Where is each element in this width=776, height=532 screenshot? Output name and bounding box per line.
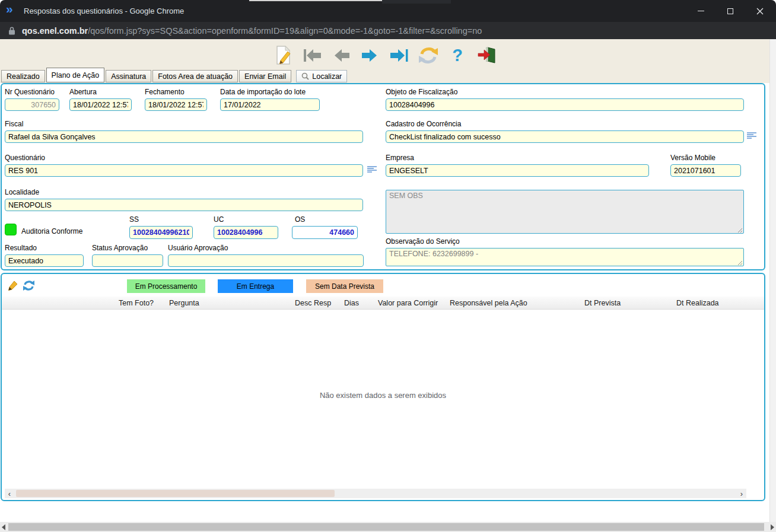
- close-icon: [756, 8, 764, 15]
- status-aprovacao-field[interactable]: [92, 254, 163, 267]
- empty-grid-message: Não existem dados a serem exibidos: [2, 391, 764, 400]
- localidade-field[interactable]: [5, 199, 363, 211]
- help-button[interactable]: ?: [447, 44, 468, 66]
- lock-icon[interactable]: [8, 26, 15, 35]
- tab-label: Enviar Email: [244, 72, 286, 81]
- empresa-label: Empresa: [386, 154, 414, 162]
- app-favicon-icon: »: [6, 2, 11, 16]
- page-vertical-scrollbar[interactable]: [769, 39, 776, 522]
- os-field[interactable]: [292, 226, 358, 239]
- column-valor-para-corrigir[interactable]: Valor para Corrigir: [378, 299, 438, 307]
- edit-pencil-icon[interactable]: [7, 280, 18, 291]
- action-plan-panel: Em Processamento Em Entrega Sem Data Pre…: [1, 273, 765, 501]
- grid-horizontal-scrollbar[interactable]: ‹ ›: [5, 489, 746, 498]
- column-dt-realizada[interactable]: Dt Realizada: [676, 299, 719, 307]
- cadastro-ocorrencia-field[interactable]: [386, 130, 744, 143]
- tab-label: Assinatura: [111, 72, 146, 81]
- cadastro-lookup-icon[interactable]: [747, 132, 756, 140]
- sync-icon[interactable]: [23, 280, 35, 291]
- resize-grip-icon[interactable]: [737, 260, 743, 266]
- tab-enviar-email[interactable]: Enviar Email: [239, 70, 291, 82]
- tab-realizado[interactable]: Realizado: [1, 70, 45, 82]
- column-responsavel-pela-acao[interactable]: Responsável pela Ação: [450, 299, 527, 307]
- scrollbar-thumb[interactable]: [16, 490, 335, 497]
- exit-door-icon: [477, 46, 496, 64]
- questionario-field[interactable]: [5, 164, 363, 177]
- help-icon: ?: [452, 47, 463, 64]
- auditoria-conforme-indicator[interactable]: [5, 224, 17, 235]
- scrollbar-thumb[interactable]: [8, 523, 764, 531]
- tab-fotos-area-atuacao[interactable]: Fotos Area de atuação: [152, 70, 238, 82]
- form-tabs: Realizado Plano de Ação Assinatura Fotos…: [1, 68, 348, 82]
- last-record-button[interactable]: [389, 44, 410, 66]
- column-tem-foto[interactable]: Tem Foto?: [119, 299, 154, 307]
- abertura-label: Abertura: [69, 88, 97, 96]
- ss-field[interactable]: [129, 226, 193, 239]
- data-importacao-field[interactable]: [220, 98, 320, 111]
- scroll-left-icon[interactable]: [2, 524, 5, 530]
- first-record-icon: [303, 47, 322, 63]
- resize-grip-icon[interactable]: [737, 228, 743, 233]
- questionario-label: Questionário: [5, 154, 45, 162]
- nr-questionario-field[interactable]: [5, 98, 59, 111]
- usuario-aprovacao-label: Usuário Aprovação: [168, 244, 228, 252]
- fiscal-label: Fiscal: [5, 120, 23, 128]
- url-text: qos.enel.com.br/qos/form.jsp?sys=SQS&act…: [22, 26, 482, 36]
- column-dt-prevista[interactable]: Dt Prevista: [584, 299, 621, 307]
- column-dias[interactable]: Dias: [344, 299, 359, 307]
- scroll-right-icon[interactable]: ›: [737, 489, 746, 498]
- tab-label: Plano de Ação: [52, 71, 100, 79]
- fiscal-field[interactable]: [5, 130, 363, 143]
- objeto-fiscalizacao-field[interactable]: [386, 98, 744, 111]
- legend-sem-data-prevista[interactable]: Sem Data Prevista: [306, 279, 383, 293]
- first-record-button[interactable]: [301, 44, 323, 66]
- refresh-button[interactable]: [418, 44, 439, 66]
- last-record-icon: [390, 47, 409, 63]
- objeto-fiscalizacao-label: Objeto de Fiscalização: [386, 88, 457, 96]
- usuario-aprovacao-field[interactable]: [168, 254, 364, 267]
- page-horizontal-scrollbar[interactable]: [0, 522, 776, 532]
- tab-localizar[interactable]: Localizar: [296, 70, 347, 82]
- address-bar[interactable]: qos.enel.com.br/qos/form.jsp?sys=SQS&act…: [0, 22, 776, 39]
- refresh-icon: [418, 46, 439, 65]
- minimize-button[interactable]: [686, 0, 715, 22]
- empresa-field[interactable]: [386, 164, 649, 177]
- scroll-left-icon[interactable]: ‹: [5, 489, 14, 498]
- questionario-lookup-icon[interactable]: [367, 166, 377, 174]
- maximize-button[interactable]: [715, 0, 745, 22]
- tab-label: Fotos Area de atuação: [158, 72, 233, 81]
- search-icon: [301, 72, 309, 80]
- next-record-button[interactable]: [360, 44, 381, 66]
- fechamento-field[interactable]: [145, 98, 207, 111]
- observacao-servico-textarea[interactable]: TELEFONE: 6232699899 -: [386, 248, 744, 266]
- exit-button[interactable]: [476, 44, 497, 66]
- questionnaire-form-panel: Nr Questionário Abertura Fechamento Data…: [1, 83, 765, 270]
- record-toolbar: ?: [0, 42, 769, 69]
- legend-em-entrega[interactable]: Em Entrega: [218, 279, 293, 293]
- observacao-textarea[interactable]: SEM OBS: [386, 190, 744, 234]
- tab-assinatura[interactable]: Assinatura: [106, 70, 151, 82]
- uc-field[interactable]: [214, 226, 278, 239]
- tab-plano-de-acao[interactable]: Plano de Ação: [46, 68, 105, 82]
- next-record-icon: [361, 47, 379, 63]
- edit-document-button[interactable]: [272, 44, 294, 66]
- legend-em-processamento[interactable]: Em Processamento: [127, 279, 205, 293]
- column-pergunta[interactable]: Pergunta: [169, 299, 199, 307]
- abertura-field[interactable]: [69, 98, 132, 111]
- auditoria-conforme-label: Auditoria Conforme: [21, 227, 82, 235]
- edit-document-icon: [273, 45, 293, 65]
- previous-record-button[interactable]: [330, 44, 352, 66]
- status-aprovacao-label: Status Aprovação: [92, 244, 148, 252]
- close-button[interactable]: [745, 0, 775, 22]
- background-window-shadow: [382, 0, 451, 4]
- grid-header-row: Tem Foto? Pergunta Desc Resp Dias Valor …: [2, 297, 764, 310]
- localidade-label: Localidade: [5, 188, 39, 196]
- minimize-icon: [698, 11, 704, 11]
- scroll-right-icon[interactable]: [771, 524, 774, 530]
- versao-mobile-field[interactable]: [670, 164, 741, 177]
- resultado-field[interactable]: [5, 254, 84, 267]
- background-window-edge: [249, 0, 382, 1]
- column-desc-resp[interactable]: Desc Resp: [295, 299, 331, 307]
- ss-label: SS: [129, 215, 139, 224]
- fechamento-label: Fechamento: [145, 88, 185, 96]
